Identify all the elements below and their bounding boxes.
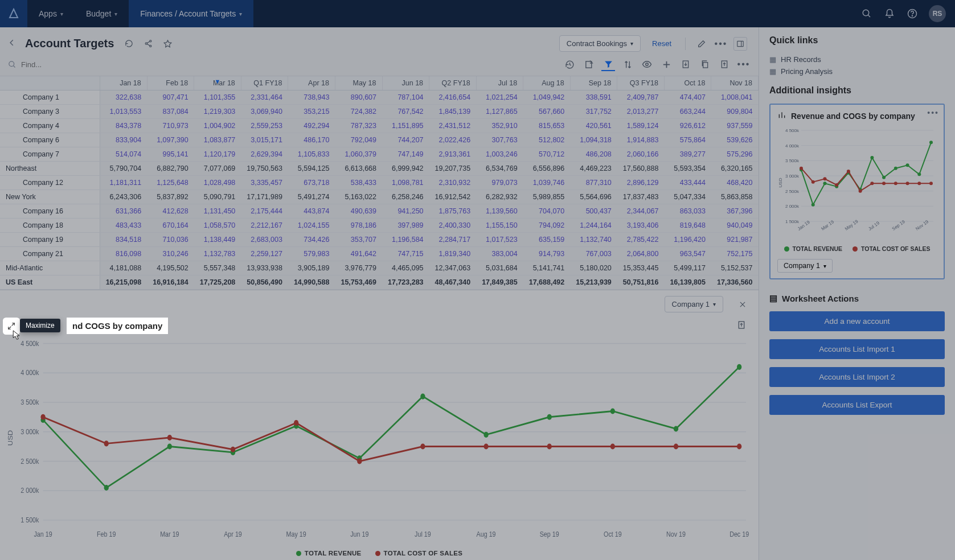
cell[interactable]: 3,905,189 — [288, 261, 335, 275]
row-label[interactable]: Company 7 — [0, 147, 100, 162]
cell[interactable]: 567,660 — [523, 105, 571, 119]
share-icon[interactable] — [141, 37, 155, 51]
cell[interactable]: 512,802 — [523, 133, 571, 147]
cell[interactable]: 2,331,464 — [241, 90, 288, 105]
cell[interactable]: 978,186 — [335, 219, 382, 233]
cell[interactable]: 673,718 — [288, 176, 335, 190]
row-label[interactable]: Company 16 — [0, 204, 100, 219]
edit-icon[interactable] — [695, 37, 708, 51]
table-row[interactable]: New York6,243,3065,837,8925,090,79117,17… — [0, 190, 759, 204]
cell[interactable]: 710,973 — [147, 119, 194, 133]
cell[interactable]: 353,707 — [335, 233, 382, 247]
cell[interactable]: 16,215,098 — [100, 275, 147, 290]
cell[interactable]: 941,250 — [382, 204, 429, 219]
quick-link-hr[interactable]: ▦HR Records — [769, 53, 945, 65]
help-icon[interactable] — [906, 7, 919, 20]
cell[interactable]: 2,409,787 — [617, 90, 665, 105]
cell[interactable]: 491,642 — [335, 247, 382, 261]
cell[interactable]: 468,420 — [711, 176, 759, 190]
cell[interactable]: 17,560,888 — [617, 162, 665, 176]
cell[interactable]: 1,004,902 — [194, 119, 241, 133]
table-row[interactable]: Company 18483,433670,1641,058,5702,212,1… — [0, 219, 759, 233]
cell[interactable]: 1,132,740 — [570, 233, 617, 247]
nav-breadcrumb[interactable]: Finances / Account Targets▾ — [129, 0, 253, 27]
cell[interactable]: 579,983 — [288, 247, 335, 261]
cell[interactable]: 1,819,340 — [429, 247, 477, 261]
cell[interactable]: 843,378 — [100, 119, 147, 133]
cell[interactable]: 863,033 — [664, 204, 711, 219]
data-grid[interactable]: Jan 18Feb 18▼Mar 18Q1 FY18Apr 18May 18Ju… — [0, 76, 759, 290]
nav-apps[interactable]: Apps▾ — [27, 0, 75, 27]
cell[interactable]: 6,882,790 — [147, 162, 194, 176]
cell[interactable]: 5,152,537 — [711, 261, 759, 275]
cell[interactable]: 50,856,490 — [241, 275, 288, 290]
cell[interactable]: 5,989,855 — [523, 190, 571, 204]
cell[interactable]: 2,785,422 — [617, 233, 665, 247]
cell[interactable]: 514,074 — [100, 147, 147, 162]
cell[interactable]: 5,141,741 — [523, 261, 571, 275]
cell[interactable]: 317,752 — [570, 105, 617, 119]
cell[interactable]: 1,196,584 — [382, 233, 429, 247]
cell[interactable]: 926,612 — [664, 119, 711, 133]
cell[interactable]: 1,083,877 — [194, 133, 241, 147]
row-label[interactable]: Company 4 — [0, 119, 100, 133]
bell-icon[interactable] — [883, 7, 896, 20]
cell[interactable]: 433,444 — [664, 176, 711, 190]
row-label[interactable]: Company 21 — [0, 247, 100, 261]
reset-link[interactable]: Reset — [652, 39, 671, 48]
cell[interactable]: 747,149 — [382, 147, 429, 162]
cell[interactable]: 787,104 — [382, 90, 429, 105]
cell[interactable]: 4,195,502 — [147, 261, 194, 275]
cell[interactable]: 2,400,330 — [429, 219, 477, 233]
cell[interactable]: 16,916,184 — [147, 275, 194, 290]
cell[interactable]: 1,131,450 — [194, 204, 241, 219]
cell[interactable]: 724,382 — [335, 105, 382, 119]
column-header[interactable]: Sep 18 — [570, 76, 617, 90]
cell[interactable]: 907,471 — [147, 90, 194, 105]
user-avatar[interactable]: RS — [929, 5, 946, 22]
cell[interactable]: 4,465,095 — [382, 261, 429, 275]
row-label[interactable]: New York — [0, 190, 100, 204]
cell[interactable]: 1,127,865 — [476, 105, 523, 119]
download-icon[interactable] — [679, 57, 692, 71]
cell[interactable]: 1,875,763 — [429, 204, 477, 219]
search-icon[interactable] — [860, 7, 873, 20]
cell[interactable]: 389,277 — [664, 147, 711, 162]
cell[interactable]: 744,207 — [382, 133, 429, 147]
cell[interactable]: 940,049 — [711, 219, 759, 233]
import1-button[interactable]: Accounts List Import 1 — [769, 339, 945, 359]
table-row[interactable]: Company 19834,518710,0361,138,4492,683,0… — [0, 233, 759, 247]
import2-button[interactable]: Accounts List Import 2 — [769, 367, 945, 387]
cell[interactable]: 443,874 — [288, 204, 335, 219]
cell[interactable]: 1,155,150 — [476, 219, 523, 233]
cell[interactable]: 6,613,668 — [335, 162, 382, 176]
cell[interactable]: 492,294 — [288, 119, 335, 133]
cell[interactable]: 1,845,139 — [429, 105, 477, 119]
row-label[interactable]: Company 19 — [0, 233, 100, 247]
column-header[interactable]: Apr 18 — [288, 76, 335, 90]
cell[interactable]: 1,013,553 — [100, 105, 147, 119]
column-header[interactable]: Q1 FY18 — [241, 76, 288, 90]
cell[interactable]: 17,688,492 — [523, 275, 571, 290]
cell[interactable]: 1,101,355 — [194, 90, 241, 105]
cell[interactable]: 1,021,254 — [476, 90, 523, 105]
cell[interactable]: 921,987 — [711, 233, 759, 247]
cell[interactable]: 837,084 — [147, 105, 194, 119]
cell[interactable]: 483,433 — [100, 219, 147, 233]
cell[interactable]: 322,638 — [100, 90, 147, 105]
cell[interactable]: 5,491,274 — [288, 190, 335, 204]
chart-export-icon[interactable] — [735, 318, 748, 332]
cell[interactable]: 792,049 — [335, 133, 382, 147]
cell[interactable]: 16,139,805 — [664, 275, 711, 290]
cell[interactable]: 48,467,340 — [429, 275, 477, 290]
row-label[interactable]: US East — [0, 275, 100, 290]
cell[interactable]: 5,863,858 — [711, 190, 759, 204]
cell[interactable]: 3,015,171 — [241, 133, 288, 147]
cell[interactable]: 767,003 — [570, 247, 617, 261]
cell[interactable]: 6,556,896 — [523, 162, 571, 176]
table-row[interactable]: Company 4843,378710,9731,004,9022,559,25… — [0, 119, 759, 133]
cell[interactable]: 815,653 — [523, 119, 571, 133]
cell[interactable]: 2,259,127 — [241, 247, 288, 261]
cell[interactable]: 19,207,735 — [429, 162, 477, 176]
upload-icon[interactable] — [718, 57, 731, 71]
